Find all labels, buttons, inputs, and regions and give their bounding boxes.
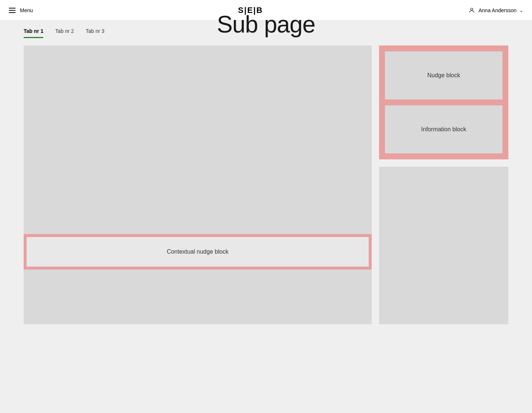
right-bottom-block [379, 167, 508, 324]
below-nudge-block [24, 270, 372, 324]
title-tabs-row: Tab nr 1 Tab nr 2 Tab nr 3 Sub page [24, 28, 508, 38]
main-content-block [24, 45, 372, 234]
nudge-block-label: Nudge block [427, 72, 460, 79]
tab-2[interactable]: Tab nr 2 [55, 28, 74, 38]
menu-button[interactable]: Menu [9, 7, 33, 13]
navbar: Menu S|E|B Anna Andersson ⌄ [0, 0, 532, 21]
contextual-nudge-wrapper: Contextual nudge block [24, 234, 372, 270]
information-block: Information block [385, 105, 502, 153]
header-section: Tab nr 1 Tab nr 2 Tab nr 3 Sub page [0, 21, 532, 38]
left-column: Contextual nudge block [24, 45, 372, 324]
logo: S|E|B [238, 6, 263, 15]
right-top-pink-section: Nudge block Information block [379, 45, 508, 159]
menu-label: Menu [20, 7, 33, 13]
tab-1[interactable]: Tab nr 1 [24, 28, 43, 38]
tab-3[interactable]: Tab nr 3 [86, 28, 105, 38]
contextual-nudge-label: Contextual nudge block [167, 248, 228, 255]
user-icon [468, 7, 475, 14]
content-area: Contextual nudge block Nudge block Infor… [0, 45, 532, 324]
svg-point-0 [471, 8, 473, 10]
nudge-block: Nudge block [385, 51, 502, 99]
hamburger-icon [9, 8, 16, 13]
user-name: Anna Andersson [478, 7, 516, 13]
right-column: Nudge block Information block [379, 45, 508, 324]
tabs-container: Tab nr 1 Tab nr 2 Tab nr 3 [24, 28, 105, 38]
chevron-down-icon: ⌄ [519, 8, 523, 13]
information-block-label: Information block [421, 126, 466, 133]
contextual-nudge-block: Contextual nudge block [27, 237, 369, 267]
user-menu[interactable]: Anna Andersson ⌄ [468, 7, 523, 14]
